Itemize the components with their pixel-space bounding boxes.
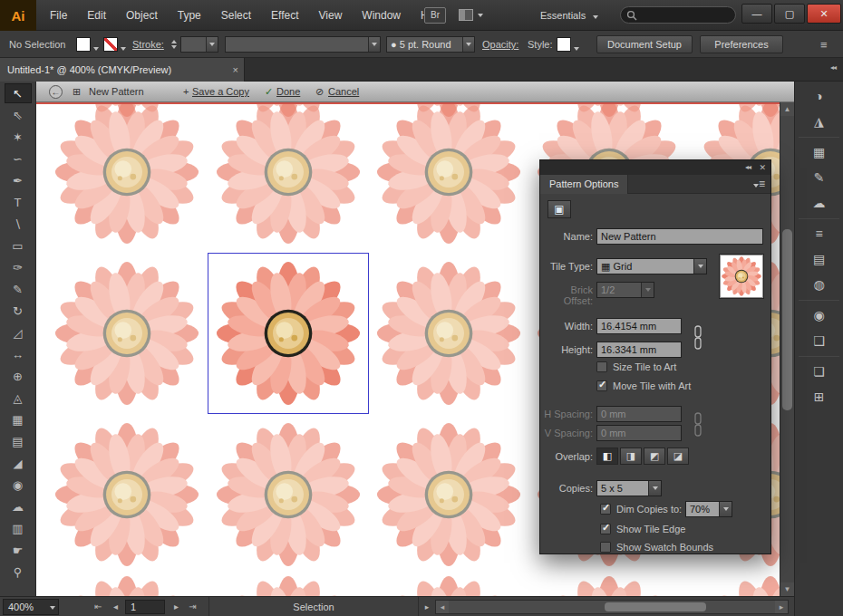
pattern-name-input[interactable]: New Pattern [596,228,763,245]
constrain-size-link-icon[interactable] [693,323,703,352]
overlap-bottom-in-front-button[interactable]: ◪ [667,448,689,465]
perspective-grid-tool[interactable]: ◬ [5,388,32,408]
last-artboard-icon[interactable]: ⇥ [185,599,200,615]
transparency-panel-icon[interactable]: ◍ [807,274,832,295]
menu-effect[interactable]: Effect [261,0,308,31]
hand-tool[interactable]: ☛ [5,540,32,560]
scroll-right-icon[interactable]: ▸ [775,601,788,613]
arrange-documents-icon[interactable] [459,9,473,21]
copies-dropdown[interactable]: 5 x 5 [596,480,662,496]
overlap-top-in-front-button[interactable]: ◩ [644,448,665,465]
size-tile-to-art-checkbox[interactable] [596,361,607,372]
vertical-scroll-thumb[interactable] [782,229,792,410]
blend-tool[interactable]: ◉ [5,475,32,495]
pattern-preview-swatch[interactable] [720,255,763,298]
artboard-number-field[interactable]: 1 [125,600,165,614]
width-tool[interactable]: ↔ [5,344,32,364]
tab-close-icon[interactable]: × [233,58,238,82]
preferences-button[interactable]: Preferences [700,35,783,53]
vertical-scrollbar[interactable]: ▲ ▼ [780,102,794,596]
color-panel-icon[interactable]: ◑ [807,85,832,107]
menu-type[interactable]: Type [168,0,211,31]
opacity-link[interactable]: Opacity: [482,31,518,58]
search-input[interactable] [637,10,728,21]
tile-type-dropdown[interactable]: ▦ Grid [596,258,707,274]
search-box[interactable] [620,6,736,24]
paintbrush-tool[interactable]: ✑ [5,257,32,277]
gradient-panel-icon[interactable]: ▤ [807,248,832,270]
bridge-button[interactable]: Br [424,7,446,24]
scroll-down-icon[interactable]: ▼ [780,582,794,596]
zoom-tool[interactable]: ⚲ [5,562,32,582]
close-button[interactable]: ✕ [807,4,841,24]
column-graph-tool[interactable]: ▥ [5,518,32,538]
scroll-up-icon[interactable]: ▲ [780,102,794,116]
appearance-panel-icon[interactable]: ◉ [807,304,832,326]
panel-close-icon[interactable]: ✕ [759,163,766,172]
show-tile-edge-checkbox[interactable] [600,524,611,534]
menu-view[interactable]: View [309,0,353,31]
overlap-right-in-front-button[interactable]: ◨ [620,448,642,465]
show-swatch-bounds-checkbox[interactable] [600,542,611,553]
style-swatch[interactable] [557,37,571,52]
maximize-button[interactable]: ▢ [774,4,805,24]
height-input[interactable]: 16.3341 mm [596,342,682,358]
scroll-left-icon[interactable]: ◂ [436,601,449,613]
stroke-panel-icon[interactable]: ≡ [807,223,832,245]
color-guide-panel-icon[interactable]: ◮ [807,111,832,132]
control-panel-flyout-icon[interactable]: ≡ [820,38,828,52]
type-tool[interactable]: T [5,192,32,212]
save-copy-link[interactable]: Save a Copy [192,82,249,102]
rectangle-tool[interactable]: ▭ [5,236,32,255]
swatches-panel-icon[interactable]: ▦ [807,141,832,163]
fill-color-arrow-icon[interactable] [93,47,99,51]
menu-object[interactable]: Object [116,0,168,31]
pen-tool[interactable]: ✒ [5,170,32,190]
scale-tool[interactable]: ◿ [5,322,32,342]
pattern-tile-tool-button[interactable]: ▣ [547,200,571,218]
shape-builder-tool[interactable]: ⊕ [5,366,32,386]
fill-color-swatch[interactable] [76,37,91,52]
symbol-sprayer-tool[interactable]: ☁ [5,496,32,516]
direct-selection-tool[interactable]: ⇖ [5,105,32,125]
done-link[interactable]: Done [276,82,300,102]
arrange-documents-arrow-icon[interactable] [478,14,483,17]
eyedropper-tool[interactable]: ◢ [5,453,32,473]
graphic-styles-panel-icon[interactable]: ❑ [807,330,832,351]
exit-pattern-mode-icon[interactable]: ← [49,85,63,99]
panel-collapse-icon[interactable]: ◂◂ [745,163,751,171]
menu-select[interactable]: Select [211,0,261,31]
pencil-tool[interactable]: ✎ [5,279,32,299]
brush-definition-dropdown[interactable]: ● 5 pt. Round [386,36,475,53]
artboards-panel-icon[interactable]: ⊞ [807,386,832,408]
overlap-left-in-front-button[interactable]: ◧ [596,448,618,465]
gradient-tool[interactable]: ▤ [5,431,32,451]
cancel-link[interactable]: Cancel [328,82,359,102]
menu-window[interactable]: Window [352,0,411,31]
dock-collapse-icon[interactable]: ◂◂ [830,63,836,72]
stroke-weight-stepper[interactable] [169,36,179,53]
dim-copies-checkbox[interactable] [600,504,611,515]
stroke-color-swatch[interactable] [103,37,118,52]
layers-panel-icon[interactable]: ❏ [807,361,832,382]
selection-tool[interactable]: ↖ [5,83,32,103]
first-artboard-icon[interactable]: ⇤ [91,599,106,615]
document-setup-button[interactable]: Document Setup [596,35,693,53]
symbols-panel-icon[interactable]: ☁ [807,192,832,214]
panel-titlebar[interactable]: ◂◂ ✕ [540,160,770,175]
horizontal-scrollbar[interactable]: ◂ ▸ [435,600,789,614]
panel-menu-icon[interactable]: ≡ [753,178,765,190]
stroke-panel-link[interactable]: Stroke: [132,31,164,58]
style-arrow-icon[interactable] [574,47,579,51]
menu-file[interactable]: File [40,0,77,31]
line-segment-tool[interactable]: ∖ [5,214,32,234]
width-input[interactable]: 16.4154 mm [596,318,682,334]
minimize-button[interactable]: — [741,4,772,24]
next-artboard-icon[interactable]: ▸ [169,599,184,615]
dim-copies-dropdown[interactable]: 70% [685,501,732,517]
workspace-switcher[interactable]: Essentials [540,0,598,31]
pattern-tile-bounds[interactable] [208,253,369,414]
stroke-weight-dropdown[interactable] [180,36,218,53]
previous-artboard-icon[interactable]: ◂ [108,599,123,615]
mesh-tool[interactable]: ▦ [5,409,32,429]
